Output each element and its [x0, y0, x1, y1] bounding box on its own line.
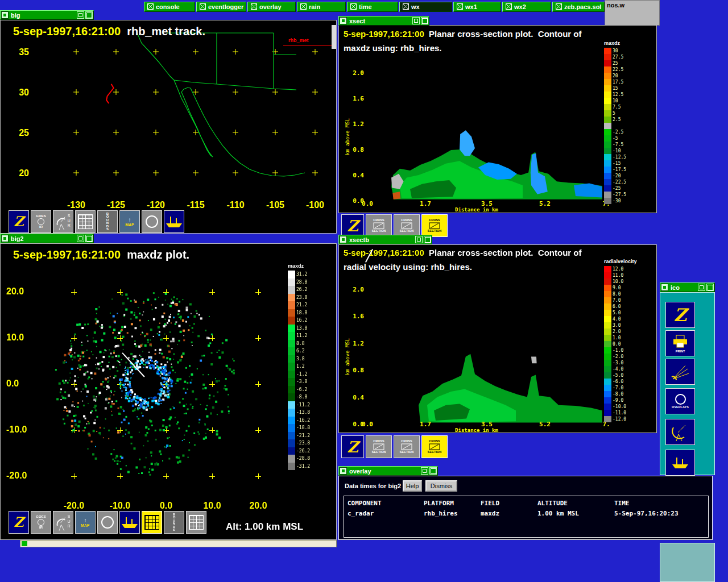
titlebar-xsect[interactable]: xsect — [338, 16, 429, 26]
cross-section-icon[interactable]: CROSSSECTION — [366, 435, 392, 458]
dish-icon[interactable] — [665, 419, 695, 445]
window-menu-button[interactable] — [340, 236, 347, 243]
altitude-label: Alt: 1.00 km MSL — [226, 521, 303, 533]
window-zoom-button[interactable] — [706, 284, 714, 291]
window-zoom-button[interactable] — [85, 235, 93, 242]
cross-label: CROSS — [373, 218, 384, 222]
task-button-zeb.pacs.sol[interactable]: zeb.pacs.sol — [552, 2, 605, 12]
map-label: MAP — [81, 523, 90, 527]
radar-sur-icon[interactable]: SUR — [53, 511, 73, 534]
colorbar-title: radialvelocity — [604, 259, 637, 266]
window-nosw[interactable]: nos.w — [605, 0, 660, 26]
radar-sur-icon[interactable]: SUR — [53, 210, 73, 233]
window-xsectb[interactable]: 2.01.61.20.80.40.00.01.73.55.27.km above… — [338, 244, 657, 433]
colorbar-entry: 30 — [604, 48, 626, 54]
window-big2-ppi[interactable]: 5-sep-1997,16:21:00 maxdz plot. 20.010.0… — [0, 243, 337, 540]
colorbar-entry: -16.2 — [288, 417, 310, 425]
window-nosw-title: nos.w — [607, 2, 624, 9]
beam-icon[interactable] — [665, 359, 695, 385]
grid-icon[interactable] — [186, 511, 206, 534]
window-menu-button[interactable] — [1, 11, 9, 19]
checkbox-icon — [506, 2, 512, 12]
window-zoom-button[interactable] — [429, 467, 437, 475]
ship-icon[interactable] — [665, 450, 695, 476]
task-button-wx1[interactable]: wx1 — [453, 2, 501, 12]
grid-icon[interactable] — [75, 210, 96, 233]
zebra-logo-icon[interactable]: Z — [665, 302, 695, 328]
overlays-label: OVERLAYS — [672, 405, 689, 409]
colorbar-entry: 2.5 — [604, 117, 626, 123]
bounds-icon[interactable]: BOUNDS — [97, 210, 118, 233]
map-icon[interactable]: ↑MAP — [119, 210, 140, 233]
window-menu-button[interactable] — [661, 284, 668, 291]
titlebar-big2[interactable]: big2 — [0, 234, 94, 243]
svg-text:0.8: 0.8 — [353, 367, 364, 374]
cross-section-selected-icon[interactable]: CROSSSECTION — [421, 435, 448, 458]
map-display[interactable]: 35302520-130-125-120-115-110-105-100rhb_… — [1, 20, 336, 233]
colorbar-entry: 27.5 — [604, 54, 626, 60]
zebra-logo-icon[interactable]: Z — [341, 435, 364, 458]
overlays-icon[interactable]: OVERLAYS — [665, 388, 695, 414]
table-header: PLATFORM — [424, 500, 454, 507]
svg-text:1.7: 1.7 — [420, 200, 431, 207]
task-button-wx2[interactable]: wx2 — [502, 2, 551, 12]
radar-ppi-display[interactable] — [1, 244, 336, 539]
window-zoom-button[interactable] — [421, 17, 428, 24]
circle-glyph — [101, 516, 114, 529]
cross-section-icon[interactable]: CROSSSECTION — [366, 214, 392, 237]
goes-ir-icon[interactable]: GOESIR — [31, 210, 51, 233]
window-xsect[interactable]: 2.01.61.20.80.40.00.01.73.55.27.km above… — [338, 25, 657, 213]
zebra-logo-icon[interactable]: Z — [9, 511, 29, 534]
circle-icon[interactable] — [142, 210, 162, 233]
overlay-header: Data times for big2 — [345, 483, 401, 489]
ship-icon[interactable] — [119, 511, 140, 534]
svg-text:-115: -115 — [187, 200, 204, 210]
zebra-logo-icon[interactable]: Z — [9, 210, 29, 233]
print-icon[interactable]: PRINT — [665, 330, 695, 356]
help-button[interactable]: Help — [403, 480, 422, 492]
colorbar-entry: -20 — [604, 173, 626, 179]
time-strip-marker — [22, 541, 27, 546]
zebra-logo-icon[interactable]: Z — [341, 214, 364, 237]
ship-icon[interactable] — [164, 210, 184, 233]
titlebar-big[interactable]: big — [0, 10, 94, 20]
colorbar-entry: -3.0 — [604, 360, 637, 366]
titlebar-overlay[interactable]: overlay — [338, 466, 438, 476]
task-button-console[interactable]: console — [144, 2, 195, 12]
task-button-overlay[interactable]: overlay — [247, 2, 296, 12]
checkbox-icon — [251, 2, 257, 12]
goes-label: GOES — [36, 515, 46, 519]
window-resize-button[interactable] — [412, 17, 420, 24]
map-icon[interactable]: ↑MAP — [75, 511, 96, 534]
window-resize-button[interactable] — [415, 236, 423, 243]
window-ico: ZPRINTOVERLAYS — [660, 292, 715, 475]
window-zoom-button[interactable] — [424, 236, 431, 243]
window-title: overlay — [349, 468, 420, 475]
task-button-time[interactable]: time — [347, 2, 398, 12]
cross-section-icon[interactable]: CROSSSECTION — [394, 214, 420, 237]
window-menu-button[interactable] — [340, 17, 347, 24]
window-resize-button[interactable] — [421, 467, 428, 475]
window-big-map[interactable]: 35302520-130-125-120-115-110-105-100rhb_… — [0, 20, 337, 234]
titlebar-ico[interactable]: ico — [660, 282, 715, 292]
task-button-wx[interactable]: wx — [399, 2, 452, 12]
window-resize-button[interactable] — [77, 235, 84, 242]
window-resize-button[interactable] — [698, 284, 705, 291]
colorbar-entry: -2.0 — [604, 354, 637, 360]
cross-section-selected-icon[interactable]: CROSSSECTION — [421, 214, 448, 237]
circle-icon[interactable] — [97, 511, 118, 534]
checkbox-icon — [350, 2, 357, 12]
bounds-icon[interactable]: BOUNDS — [164, 511, 184, 534]
titlebar-xsectb[interactable]: xsectb — [338, 235, 432, 244]
task-button-eventlogger[interactable]: eventlogger — [196, 2, 246, 12]
window-resize-button[interactable] — [77, 11, 84, 19]
window-menu-button[interactable] — [340, 467, 347, 475]
window-zoom-button[interactable] — [85, 11, 93, 19]
window-menu-button[interactable] — [1, 235, 9, 242]
colorbar-entry: 22.5 — [604, 66, 626, 73]
dismiss-button[interactable]: Dismiss — [425, 480, 457, 492]
grid-selected-icon[interactable] — [142, 511, 162, 534]
task-button-rain[interactable]: rain — [297, 2, 346, 12]
goes-ir-icon[interactable]: GOESIR — [31, 511, 51, 534]
cross-section-icon[interactable]: CROSSSECTION — [394, 435, 420, 458]
